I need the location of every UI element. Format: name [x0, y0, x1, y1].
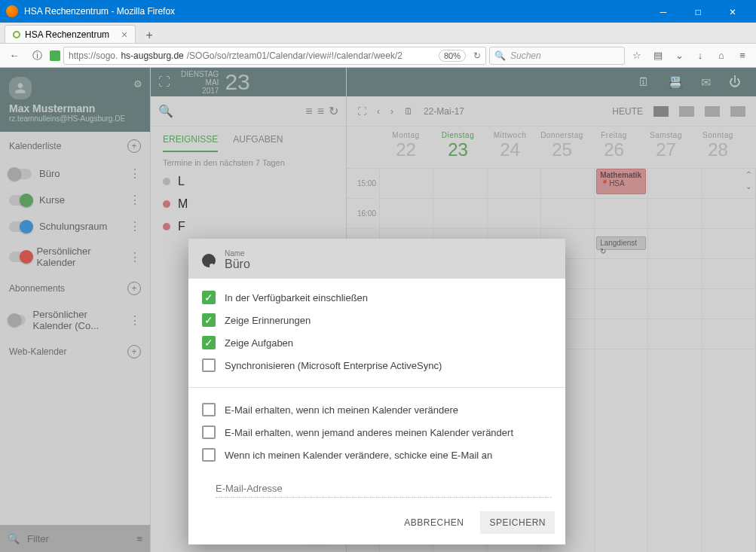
checkbox-icon[interactable]: ✓ [202, 291, 216, 304]
checkbox-email-send[interactable]: Wenn ich meinen Kalender verändere, schi… [202, 444, 552, 466]
day-column[interactable] [648, 169, 702, 552]
close-button[interactable]: ✕ [715, 0, 750, 23]
day-header[interactable]: Donnerstag25 [536, 127, 588, 168]
checkbox-icon[interactable] [202, 448, 216, 462]
user-block: Max Mustermann rz.teamnulleins@HS-Augsbu… [0, 68, 150, 132]
more-icon[interactable]: ⋮ [129, 250, 141, 264]
view-list-icon[interactable] [730, 106, 745, 117]
bookmark-star-icon[interactable]: ☆ [628, 47, 646, 65]
library-icon[interactable]: ▤ [649, 47, 667, 65]
downloads-icon[interactable]: ↓ [691, 47, 709, 65]
tab-close-icon[interactable]: × [121, 29, 127, 41]
scroll-down-icon[interactable]: ⌄ [745, 182, 751, 191]
day-header[interactable]: Samstag27 [640, 127, 692, 168]
location-icon: 📍 [600, 179, 609, 188]
palette-icon[interactable] [202, 254, 216, 267]
day-header[interactable]: Mittwoch24 [484, 127, 536, 168]
checkbox-sync[interactable]: Synchronisieren (Microsoft Enterprise Ac… [202, 354, 552, 377]
checkbox-icon[interactable] [202, 425, 216, 439]
search-icon[interactable]: 🔍 [158, 104, 173, 118]
event-mathematik[interactable]: Mathematik 📍HSA [596, 169, 646, 194]
back-button[interactable]: ← [5, 46, 24, 66]
view-week-icon[interactable] [679, 106, 694, 117]
url-field[interactable]: https://sogo.hs-augsburg.de/SOGo/so/rzte… [63, 47, 486, 65]
day-header[interactable]: Sonntag28 [692, 127, 744, 168]
toggle-icon[interactable] [9, 252, 29, 262]
sidebar-filter[interactable]: 🔍 Filter ≡ [0, 525, 150, 552]
pocket-icon[interactable]: ⌄ [670, 47, 688, 65]
add-subscription-button[interactable]: + [127, 282, 141, 295]
event-item[interactable]: M [151, 193, 346, 215]
toggle-icon[interactable] [9, 169, 32, 179]
day-header[interactable]: Freitag26 [588, 127, 640, 168]
day-column[interactable] [702, 169, 756, 552]
calendar-name-input[interactable]: Büro [225, 258, 250, 271]
tab-events[interactable]: EREIGNISSE [163, 134, 218, 152]
refresh-icon[interactable]: ↻ [329, 104, 338, 118]
menu-icon[interactable]: ≡ [136, 533, 142, 544]
event-langdienst[interactable]: Langdienst ↻ [596, 236, 646, 250]
zoom-badge[interactable]: 80% [439, 50, 466, 62]
checkbox-icon[interactable]: ✓ [202, 313, 216, 327]
menu-icon[interactable]: ≡ [733, 47, 751, 65]
email-address-input[interactable] [216, 480, 552, 498]
events-tabs: EREIGNISSE AUFGABEN [151, 127, 346, 152]
next-icon[interactable]: › [390, 106, 393, 117]
sidebar-item-buero[interactable]: Büro ⋮ [0, 160, 150, 187]
reload-icon[interactable]: ↻ [473, 50, 481, 61]
day-header[interactable]: Dienstag23 [432, 127, 484, 168]
checkbox-icon[interactable] [202, 358, 216, 372]
fullscreen-icon[interactable]: ⛶ [357, 106, 366, 117]
checkbox-email-other[interactable]: E-Mail erhalten, wenn jemand anderes mei… [202, 421, 552, 444]
checkbox-reminders[interactable]: ✓Zeige Erinnerungen [202, 309, 552, 331]
sidebar-item-personal[interactable]: Persönlicher Kalender ⋮ [0, 239, 150, 274]
maximize-button[interactable]: ☐ [681, 0, 715, 23]
datepicker-icon[interactable]: 🗓 [404, 106, 413, 117]
search-box[interactable]: 🔍 Suchen [489, 47, 625, 65]
day-header[interactable]: Montag22 [380, 127, 432, 168]
sort-icon[interactable]: ≡ [317, 105, 324, 118]
checkbox-icon[interactable]: ✓ [202, 336, 216, 349]
checkbox-availability[interactable]: ✓In der Verfügbarkeit einschließen [202, 286, 552, 309]
toggle-icon[interactable] [9, 315, 26, 325]
sidebar-item-subscription[interactable]: Persönlicher Kalender (Co... ⋮ [0, 303, 150, 337]
mail-icon[interactable]: ✉ [701, 75, 711, 90]
checkbox-email-self[interactable]: E-Mail erhalten, wenn ich meinen Kalende… [202, 398, 552, 421]
toggle-icon[interactable] [9, 195, 32, 206]
save-button[interactable]: SPEICHERN [480, 511, 555, 534]
gear-icon[interactable]: ⚙ [133, 78, 142, 90]
scroll-up-icon[interactable]: ⌃ [745, 170, 751, 178]
power-icon[interactable]: ⏻ [729, 75, 741, 89]
more-icon[interactable]: ⋮ [129, 313, 141, 328]
home-icon[interactable]: ⌂ [712, 47, 730, 65]
more-icon[interactable]: ⋮ [129, 219, 141, 233]
today-button[interactable]: HEUTE [612, 106, 643, 117]
prev-icon[interactable]: ‹ [377, 106, 380, 117]
cancel-button[interactable]: ABBRECHEN [395, 511, 473, 534]
filter-icon[interactable]: ≡ [305, 105, 312, 118]
more-icon[interactable]: ⋮ [129, 166, 141, 181]
minimize-button[interactable]: — [646, 0, 681, 23]
browser-tab[interactable]: HSA Rechenzentrum × [5, 25, 136, 43]
event-item[interactable]: F [151, 215, 346, 238]
day-column[interactable]: Mathematik 📍HSA Langdienst ↻ [595, 169, 648, 552]
sidebar-item-schulungsraum[interactable]: Schulungsraum ⋮ [0, 213, 150, 239]
add-calendar-button[interactable]: + [127, 139, 141, 153]
contacts-icon[interactable]: 📇 [668, 75, 683, 90]
new-tab-button[interactable]: + [140, 28, 158, 43]
checkbox-icon[interactable] [202, 403, 216, 416]
sidebar-item-kurse[interactable]: Kurse ⋮ [0, 187, 150, 213]
event-title: Langdienst [600, 239, 637, 247]
checkbox-tasks[interactable]: ✓Zeige Aufgaben [202, 331, 552, 354]
calendar-icon[interactable]: 🗓 [638, 75, 650, 89]
event-item[interactable]: L [151, 170, 346, 193]
identity-button[interactable]: ⓘ [27, 46, 47, 66]
add-web-calendar-button[interactable]: + [127, 345, 141, 358]
fullscreen-icon[interactable]: ⛶ [158, 75, 170, 89]
view-month-icon[interactable] [705, 106, 720, 117]
event-title: M [178, 197, 188, 211]
more-icon[interactable]: ⋮ [129, 193, 141, 207]
tab-tasks[interactable]: AUFGABEN [233, 134, 283, 152]
view-day-icon[interactable] [653, 106, 669, 117]
toggle-icon[interactable] [9, 221, 32, 232]
